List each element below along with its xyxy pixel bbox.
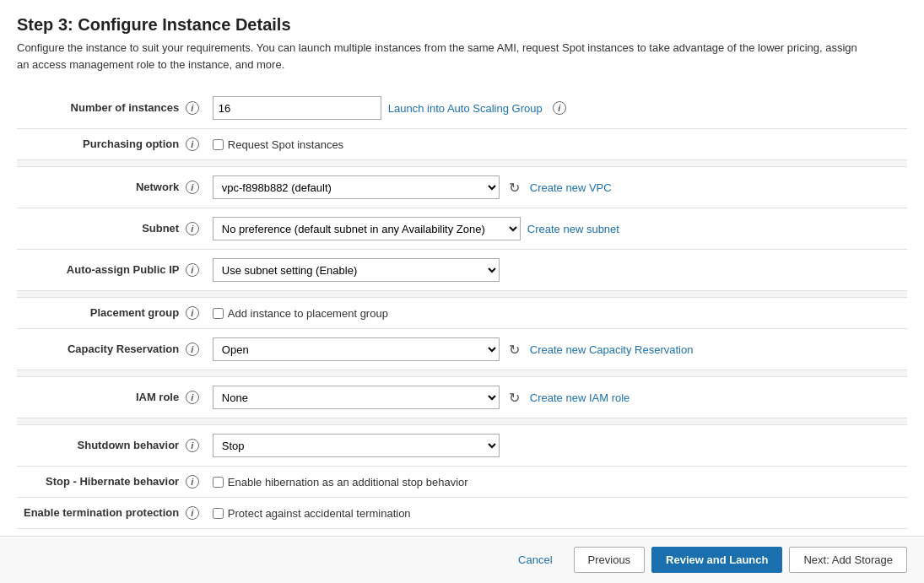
- separator-1: [17, 160, 907, 167]
- subnet-select[interactable]: No preference (default subnet in any Ava…: [213, 217, 521, 240]
- placement-group-checkbox[interactable]: [213, 308, 224, 319]
- hibernate-label: Stop - Hibernate behavior i: [17, 467, 206, 498]
- purchasing-option-checkbox[interactable]: [213, 139, 224, 150]
- placement-group-label: Placement group i: [17, 298, 206, 329]
- placement-group-checkbox-label[interactable]: Add instance to placement group: [213, 307, 388, 320]
- auto-assign-ip-info-icon[interactable]: i: [186, 263, 199, 277]
- row-number-of-instances: Number of instances i Launch into Auto S…: [17, 88, 907, 129]
- shutdown-behavior-label: Shutdown behavior i: [17, 425, 206, 467]
- row-auto-assign-ip: Auto-assign Public IP i Use subnet setti…: [17, 250, 907, 291]
- hibernate-checkbox-label[interactable]: Enable hibernation as an additional stop…: [213, 476, 468, 489]
- row-purchasing-option: Purchasing option i Request Spot instanc…: [17, 129, 907, 160]
- termination-checkbox[interactable]: [213, 508, 224, 519]
- auto-assign-ip-label: Auto-assign Public IP i: [17, 250, 206, 291]
- form-table: Number of instances i Launch into Auto S…: [17, 88, 907, 536]
- create-capacity-link[interactable]: Create new Capacity Reservation: [530, 343, 694, 356]
- separator-3: [17, 370, 907, 377]
- purchasing-option-label: Purchasing option i: [17, 129, 206, 160]
- number-of-instances-input[interactable]: [213, 96, 381, 120]
- main-content: Step 3: Configure Instance Details Confi…: [0, 0, 924, 536]
- review-launch-button[interactable]: Review and Launch: [651, 547, 782, 573]
- create-subnet-link[interactable]: Create new subnet: [527, 223, 619, 235]
- separator-4: [17, 418, 907, 425]
- network-select[interactable]: vpc-f898b882 (default): [213, 175, 500, 199]
- termination-protection-label: Enable termination protection i: [17, 498, 206, 529]
- purchasing-option-info-icon[interactable]: i: [186, 138, 199, 151]
- row-placement-group: Placement group i Add instance to placem…: [17, 298, 907, 329]
- next-button[interactable]: Next: Add Storage: [789, 547, 907, 573]
- iam-role-control: None ↻ Create new IAM role: [213, 386, 900, 409]
- number-of-instances-info-icon[interactable]: i: [186, 101, 199, 115]
- network-info-icon[interactable]: i: [186, 181, 199, 194]
- auto-scaling-info-icon[interactable]: i: [553, 101, 566, 115]
- separator-2: [17, 291, 907, 298]
- network-refresh-icon[interactable]: ↻: [506, 179, 523, 196]
- hibernate-checkbox[interactable]: [213, 477, 224, 488]
- iam-role-label: IAM role i: [17, 377, 206, 418]
- auto-assign-ip-control: Use subnet setting (Enable): [213, 258, 900, 282]
- shutdown-behavior-control: Stop: [213, 434, 900, 457]
- row-iam-role: IAM role i None ↻ Create new IAM role: [17, 377, 907, 418]
- iam-role-select[interactable]: None: [213, 386, 500, 409]
- network-label: Network i: [17, 167, 206, 208]
- purchasing-option-checkbox-label[interactable]: Request Spot instances: [213, 138, 343, 151]
- subnet-control: No preference (default subnet in any Ava…: [213, 217, 900, 240]
- capacity-reservation-control: Open ↻ Create new Capacity Reservation: [213, 337, 900, 361]
- number-of-instances-label: Number of instances i: [17, 88, 206, 129]
- page-title: Step 3: Configure Instance Details: [17, 15, 907, 35]
- footer-bar: Cancel Previous Review and Launch Next: …: [0, 536, 924, 583]
- create-vpc-link[interactable]: Create new VPC: [530, 181, 612, 194]
- row-termination-protection: Enable termination protection i Protect …: [17, 498, 907, 529]
- row-hibernate: Stop - Hibernate behavior i Enable hiber…: [17, 467, 907, 498]
- placement-group-info-icon[interactable]: i: [186, 306, 199, 320]
- create-iam-link[interactable]: Create new IAM role: [530, 391, 630, 404]
- termination-protection-control: Protect against accidental termination: [213, 507, 900, 520]
- number-of-instances-control: Launch into Auto Scaling Group i: [213, 96, 900, 120]
- cancel-button[interactable]: Cancel: [504, 547, 566, 573]
- row-network: Network i vpc-f898b882 (default) ↻ Creat…: [17, 167, 907, 208]
- capacity-reservation-label: Capacity Reservation i: [17, 329, 206, 370]
- iam-refresh-icon[interactable]: ↻: [506, 389, 523, 406]
- iam-role-info-icon[interactable]: i: [186, 391, 199, 404]
- row-shutdown-behavior: Shutdown behavior i Stop: [17, 425, 907, 467]
- subnet-info-icon[interactable]: i: [186, 222, 199, 235]
- auto-scaling-link[interactable]: Launch into Auto Scaling Group: [388, 102, 543, 115]
- shutdown-behavior-select[interactable]: Stop: [213, 434, 500, 457]
- hibernate-control: Enable hibernation as an additional stop…: [213, 476, 900, 489]
- monitoring-label: Monitoring i: [17, 529, 206, 537]
- auto-assign-ip-select[interactable]: Use subnet setting (Enable): [213, 258, 500, 282]
- hibernate-info-icon[interactable]: i: [186, 475, 199, 489]
- capacity-refresh-icon[interactable]: ↻: [506, 341, 523, 358]
- page-description: Configure the instance to suit your requ…: [17, 40, 861, 73]
- row-monitoring: Monitoring i Enable CloudWatch detailed …: [17, 529, 907, 537]
- placement-group-control: Add instance to placement group: [213, 307, 900, 320]
- page-wrapper: Step 3: Configure Instance Details Confi…: [0, 0, 924, 583]
- termination-info-icon[interactable]: i: [186, 506, 199, 520]
- row-capacity-reservation: Capacity Reservation i Open ↻ Create new…: [17, 329, 907, 370]
- previous-button[interactable]: Previous: [574, 547, 646, 573]
- capacity-reservation-info-icon[interactable]: i: [186, 343, 199, 356]
- purchasing-option-control: Request Spot instances: [213, 138, 900, 151]
- row-subnet: Subnet i No preference (default subnet i…: [17, 208, 907, 250]
- capacity-reservation-select[interactable]: Open: [213, 337, 500, 361]
- shutdown-behavior-info-icon[interactable]: i: [186, 439, 199, 452]
- termination-checkbox-label[interactable]: Protect against accidental termination: [213, 507, 411, 520]
- subnet-label: Subnet i: [17, 208, 206, 250]
- network-control: vpc-f898b882 (default) ↻ Create new VPC: [213, 175, 900, 199]
